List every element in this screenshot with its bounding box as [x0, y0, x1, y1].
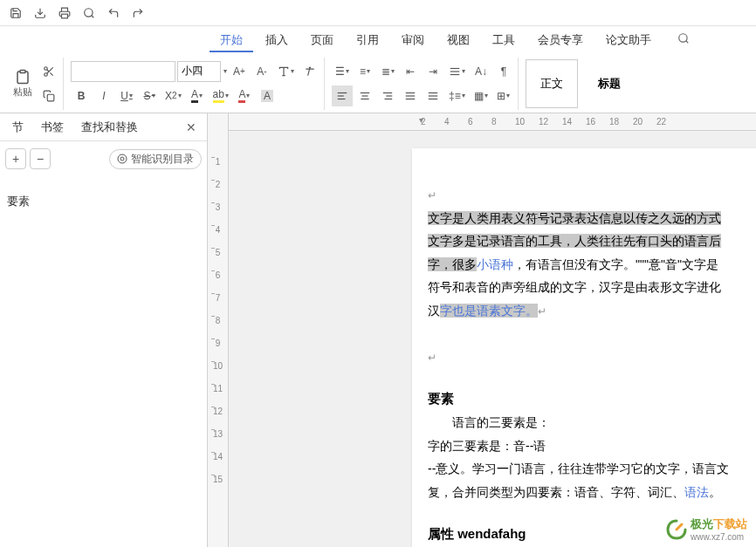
redo-icon[interactable]	[126, 3, 150, 24]
char-shading-button[interactable]: A	[257, 85, 278, 106]
text-direction-button[interactable]: ▾	[445, 61, 469, 82]
indent-marker-icon[interactable]: ▾	[419, 115, 423, 125]
sidebar-tab-findreplace[interactable]: 查找和替换	[72, 116, 147, 139]
undo-icon[interactable]	[101, 3, 126, 24]
ruler-mark: 14	[562, 117, 586, 126]
sidebar-toolbar: + − 智能识别目录	[0, 141, 207, 176]
superscript-button[interactable]: X2▾	[162, 85, 185, 106]
save-icon[interactable]	[3, 3, 28, 24]
search-icon[interactable]	[670, 29, 697, 51]
doc-text[interactable]: --意义。学习一门语言，往往连带学习它的文字，语言文	[428, 457, 756, 481]
align-justify-button[interactable]	[400, 85, 421, 106]
selected-text[interactable]: 文字是人类用表义符号记录表达信息以传之久远的方式	[428, 211, 721, 225]
ruler-mark: 1	[208, 157, 228, 180]
svg-point-34	[120, 157, 124, 161]
selected-text[interactable]: 字也是语素文字。	[440, 304, 538, 318]
italic-button[interactable]: I	[93, 85, 114, 106]
ruler-mark: 8	[491, 117, 515, 126]
menu-page[interactable]: 页面	[300, 28, 344, 52]
document-page[interactable]: ↵ 文字是人类用表义符号记录表达信息以传之久远的方式 文字多是记录语言的工具，人…	[412, 148, 756, 547]
font-size-select[interactable]	[177, 61, 221, 82]
change-case-button[interactable]: ▾	[274, 61, 298, 82]
ruler-mark: 18	[609, 117, 633, 126]
close-icon[interactable]: ✕	[179, 117, 203, 138]
sidebar-tabs: 节 书签 查找和替换 ✕	[0, 113, 207, 141]
cut-button[interactable]	[38, 61, 59, 82]
menu-review[interactable]: 审阅	[391, 28, 435, 52]
font-shrink-button[interactable]: A-	[251, 61, 272, 82]
doc-text[interactable]: 符号和表音的声旁组成的文字，汉字是由表形文字进化	[428, 280, 721, 294]
svg-rect-12	[47, 94, 54, 101]
smart-toc-label: 智能识别目录	[131, 152, 194, 167]
doc-text[interactable]: 汉	[428, 304, 440, 318]
show-marks-button[interactable]: ¶	[493, 61, 514, 82]
svg-rect-6	[20, 71, 25, 73]
menu-thesis[interactable]: 论文助手	[595, 28, 662, 52]
ruler-mark: 10	[208, 361, 228, 384]
hyperlink[interactable]: 语法	[684, 485, 709, 499]
align-left-button[interactable]	[332, 85, 353, 106]
strikethrough-button[interactable]: S▾	[139, 85, 160, 106]
underline-button[interactable]: U▾	[116, 85, 137, 106]
font-grow-button[interactable]: A+	[229, 61, 250, 82]
ruler-mark: 12	[208, 407, 228, 429]
print-preview-icon[interactable]	[77, 3, 101, 24]
doc-text[interactable]: ，有语言但没有文字。"""意"音"文字是	[513, 257, 718, 271]
section-heading[interactable]: 要素	[428, 386, 756, 412]
numbering-button[interactable]: ≡▾	[354, 61, 375, 82]
menu-insert[interactable]: 插入	[255, 28, 299, 52]
svg-line-10	[50, 72, 52, 75]
hyperlink[interactable]: 字也是语素文字。	[440, 304, 538, 318]
paste-button[interactable]: 粘贴	[9, 66, 37, 101]
export-icon[interactable]	[28, 3, 52, 24]
doc-text[interactable]: 字的三要素是：音--语	[428, 439, 546, 453]
menu-reference[interactable]: 引用	[346, 28, 389, 52]
toc-item[interactable]: 要素	[7, 194, 200, 209]
print-icon[interactable]	[52, 3, 77, 24]
multilevel-list-button[interactable]: ≣▾	[377, 61, 398, 82]
smart-toc-button[interactable]: 智能识别目录	[109, 149, 202, 169]
menu-tools[interactable]: 工具	[482, 28, 526, 52]
line-spacing-button[interactable]: ‡≡▾	[445, 85, 469, 106]
hyperlink[interactable]: 小语种	[477, 257, 513, 271]
borders-button[interactable]: ⊞▾	[493, 85, 514, 106]
menu-view[interactable]: 视图	[436, 28, 480, 52]
menu-member[interactable]: 会员专享	[527, 28, 594, 52]
ruler-mark: 20	[633, 117, 656, 126]
svg-line-5	[686, 41, 689, 44]
align-right-button[interactable]	[377, 85, 398, 106]
selected-text[interactable]: 文字多是记录语言的工具，人类往往先有口头的语言后	[428, 234, 721, 248]
font-color-button[interactable]: A▾	[187, 85, 208, 106]
remove-button[interactable]: −	[30, 148, 51, 169]
chevron-down-icon[interactable]: ▾	[223, 67, 227, 75]
font-family-select[interactable]	[71, 61, 175, 82]
decrease-indent-button[interactable]: ⇤	[400, 61, 421, 82]
clear-format-button[interactable]	[299, 61, 320, 82]
increase-indent-button[interactable]: ⇥	[423, 61, 443, 82]
sort-button[interactable]: A↓	[471, 61, 491, 82]
style-heading-button[interactable]: 标题	[583, 59, 636, 108]
text-effects-button[interactable]: A▾	[234, 85, 255, 106]
document-area: ▾ 2 4 6 8 10 12 14 16 18 20 22 ↵ 文字是人类用表…	[229, 113, 756, 547]
page-content[interactable]: ↵ 文字是人类用表义符号记录表达信息以传之久远的方式 文字多是记录语言的工具，人…	[428, 183, 756, 546]
style-normal-button[interactable]: 正文	[526, 59, 578, 108]
menu-start[interactable]: 开始	[210, 28, 253, 52]
copy-button[interactable]	[38, 85, 59, 106]
bullets-button[interactable]: ☰▾	[332, 61, 353, 82]
sidebar-tab-bookmark[interactable]: 书签	[32, 116, 72, 139]
doc-text[interactable]: 复，合并同类型为四要素：语音、字符、词汇、	[428, 485, 684, 499]
svg-point-8	[45, 72, 48, 76]
align-center-button[interactable]	[354, 85, 375, 106]
svg-point-33	[118, 154, 127, 163]
sidebar-tab-section[interactable]: 节	[3, 116, 32, 139]
ruler-mark: 7	[208, 293, 228, 316]
vertical-ruler: 1 2 3 4 5 6 7 8 9 10 11 12 13 14 15	[208, 113, 229, 547]
highlight-button[interactable]: ab▾	[210, 85, 232, 106]
bold-button[interactable]: B	[71, 85, 92, 106]
add-button[interactable]: +	[5, 148, 26, 169]
ruler-mark: 6	[468, 117, 491, 126]
selected-text[interactable]: 字，很多	[428, 257, 477, 271]
align-distribute-button[interactable]	[423, 85, 443, 106]
shading-button[interactable]: ▦▾	[471, 85, 491, 106]
doc-text[interactable]: 语言的三要素是：	[452, 415, 550, 429]
